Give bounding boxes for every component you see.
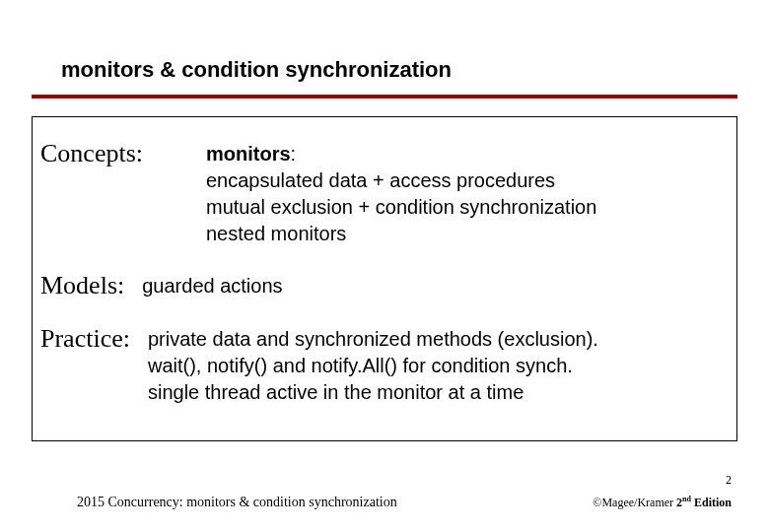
concepts-line3: nested monitors [206,223,346,244]
footer-right: ©Magee/Kramer 2nd Edition [593,495,732,510]
practice-line2: wait(), notify() and notify.All() for co… [148,355,573,376]
title-rule [32,95,737,99]
practice-label: Practice: [40,324,130,354]
practice-line1: private data and synchronized methods (e… [148,328,598,350]
models-body: guarded actions [142,271,282,299]
concepts-line2: mutual exclusion + condition synchroniza… [206,196,596,218]
concepts-label: Concepts: [40,139,206,168]
slide-title: monitors & condition synchronization [61,57,452,83]
footer-left: 2015 Concurrency: monitors & condition s… [77,495,397,510]
content-box: Concepts: monitors: encapsulated data + … [32,116,737,441]
models-label: Models: [40,271,124,300]
practice-body: private data and synchronized methods (e… [148,324,598,406]
concepts-body: monitors: encapsulated data + access pro… [206,139,596,247]
practice-row: Practice: private data and synchronized … [40,324,725,406]
concepts-heading: monitors [206,143,291,165]
footer-edition-word: Edition [691,496,732,509]
practice-line3: single thread active in the monitor at a… [148,381,524,403]
models-row: Models: guarded actions [40,271,725,300]
slide-number: 2 [726,473,732,488]
concepts-line1: encapsulated data + access procedures [206,169,555,191]
footer-edition-sup: nd [682,495,691,503]
concepts-colon: : [291,143,297,165]
footer-copyright: ©Magee/Kramer [593,496,676,509]
concepts-row: Concepts: monitors: encapsulated data + … [40,139,725,247]
